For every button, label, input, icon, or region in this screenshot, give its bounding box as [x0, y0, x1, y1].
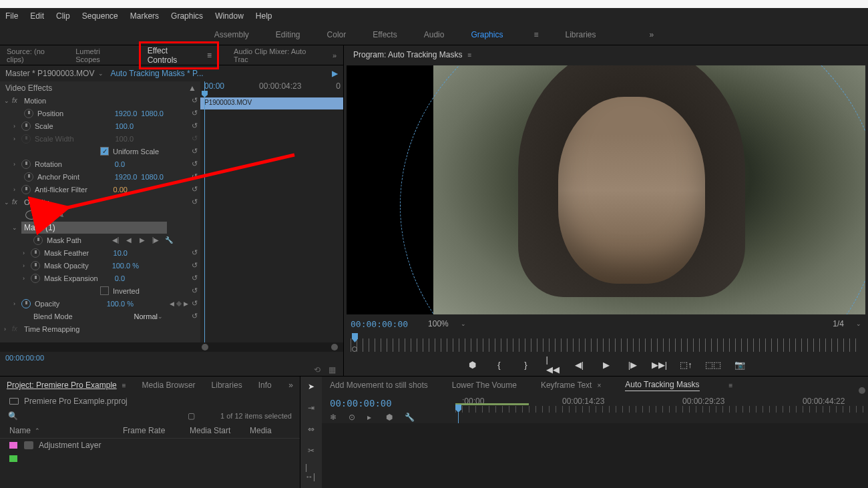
tab-menu-icon[interactable]: ≡: [207, 51, 212, 60]
step-forward-button[interactable]: |▶: [628, 359, 638, 370]
workspace-color[interactable]: Color: [327, 30, 347, 39]
project-search-input[interactable]: [23, 411, 182, 421]
zoom-dropdown-icon[interactable]: ⌄: [461, 320, 466, 327]
reset-mask-expansion-icon[interactable]: ↺: [192, 274, 198, 282]
tl-marker-icon[interactable]: ▸: [367, 413, 377, 422]
collapse-icon[interactable]: ▲: [188, 83, 196, 93]
twirl-rotation[interactable]: ›: [13, 161, 21, 168]
mask-ellipse-tool[interactable]: [25, 210, 37, 220]
stopwatch-rotation[interactable]: [21, 160, 31, 169]
create-bin-icon[interactable]: ▢: [188, 411, 195, 421]
ripple-tool-icon[interactable]: ⇔: [305, 423, 317, 435]
reset-mask-opacity-icon[interactable]: ↺: [192, 261, 198, 270]
master-dropdown-icon[interactable]: ⌄: [98, 70, 106, 77]
menu-clip[interactable]: Clip: [56, 11, 70, 21]
reset-opacity-effect-icon[interactable]: ↺: [192, 198, 198, 206]
program-marker-icon[interactable]: [352, 346, 357, 352]
program-timecode[interactable]: 00:00:00:00: [351, 319, 408, 329]
col-name[interactable]: Name ⌃: [9, 426, 123, 435]
tl-tab-2[interactable]: Lower The Voume: [452, 381, 517, 390]
timeline-tracks-area[interactable]: [322, 423, 868, 488]
workspace-graphics[interactable]: Graphics: [471, 30, 503, 39]
scroll-thumb-left[interactable]: [202, 344, 208, 350]
anchor-y[interactable]: 1080.0: [141, 173, 164, 181]
program-ruler[interactable]: [344, 333, 868, 353]
lift-button[interactable]: ⬚↑: [681, 359, 692, 370]
reset-uniform-icon[interactable]: ↺: [192, 147, 198, 156]
tab-info[interactable]: Info: [258, 381, 272, 390]
col-media-end[interactable]: Media: [250, 426, 290, 435]
reset-opacity-prop-icon[interactable]: ↺: [192, 299, 198, 308]
program-zoom[interactable]: 100%: [428, 319, 449, 328]
stopwatch-opacity-prop[interactable]: [21, 299, 31, 308]
effect-controls-timeline[interactable]: 00:00 00:00:04:23 0 P1900003.MOV: [200, 81, 343, 342]
inverted-checkbox[interactable]: [100, 286, 109, 295]
go-to-in-button[interactable]: |◀◀: [548, 359, 558, 370]
scroll-thumb-right[interactable]: [331, 344, 338, 350]
ec-scrollbar[interactable]: [0, 342, 343, 352]
export-frame-button[interactable]: 📷: [734, 359, 745, 370]
stopwatch-scale-width[interactable]: [21, 134, 31, 144]
menu-sequence[interactable]: Sequence: [82, 11, 118, 21]
sequence-clip-label[interactable]: Auto Tracking Masks * P...: [110, 69, 203, 78]
opacity-prop-value[interactable]: 100.0 %: [107, 300, 134, 308]
reset-position-icon[interactable]: ↺: [192, 109, 198, 117]
twirl-mask-expansion[interactable]: ›: [23, 275, 31, 282]
track-back-icon[interactable]: ◀: [124, 236, 134, 245]
reset-motion-icon[interactable]: ↺: [192, 96, 198, 105]
uniform-scale-checkbox[interactable]: ✓: [100, 147, 109, 156]
menu-graphics[interactable]: Graphics: [171, 11, 203, 21]
project-tab-menu-icon[interactable]: ≡: [122, 382, 126, 389]
workspace-assembly[interactable]: Assembly: [214, 30, 249, 39]
tl-tab-close-icon[interactable]: ×: [597, 382, 601, 389]
twirl-opacity[interactable]: ⌄: [4, 199, 12, 206]
workspace-overflow-icon[interactable]: »: [649, 30, 654, 39]
tab-overflow-icon[interactable]: »: [333, 51, 337, 59]
stopwatch-position[interactable]: [24, 109, 33, 118]
track-back-one-icon[interactable]: ◀|: [111, 236, 120, 245]
workspace-audio[interactable]: Audio: [424, 30, 445, 39]
slip-tool-icon[interactable]: |↔|: [305, 466, 317, 478]
blend-mode-value[interactable]: Normal: [134, 312, 158, 320]
add-keyframe-icon[interactable]: [176, 300, 182, 306]
stopwatch-mask-opacity[interactable]: [31, 261, 40, 270]
tl-scroll-thumb[interactable]: [859, 387, 865, 394]
timeline-timecode[interactable]: 00:00:00:00: [330, 398, 447, 409]
tl-snap-icon[interactable]: ❄: [330, 413, 339, 422]
reset-mask-feather-icon[interactable]: ↺: [192, 248, 198, 257]
workspace-effects[interactable]: Effects: [373, 30, 397, 39]
tl-work-area-bar[interactable]: [455, 403, 529, 405]
position-y[interactable]: 1080.0: [141, 109, 164, 117]
mask-feather-value[interactable]: 10.0: [114, 249, 128, 257]
ec-playhead-time[interactable]: 00:00:00:00: [0, 352, 343, 364]
tab-project[interactable]: Project: Premiere Pro Example: [7, 381, 117, 390]
twirl-antiflicker[interactable]: ›: [13, 186, 21, 193]
reset-blend-icon[interactable]: ↺: [192, 312, 198, 320]
stopwatch-mask-expansion[interactable]: [31, 274, 40, 283]
stopwatch-scale[interactable]: [21, 121, 31, 131]
position-x[interactable]: 1920.0: [115, 109, 138, 117]
tl-tab-4[interactable]: Auto Tracking Masks: [625, 380, 699, 391]
ec-footer-icon-2[interactable]: ▦: [329, 365, 338, 375]
track-select-tool-icon[interactable]: ⇥: [305, 402, 317, 414]
scale-value[interactable]: 100.0: [115, 122, 134, 130]
tl-linked-icon[interactable]: ⊙: [349, 413, 358, 422]
menu-edit[interactable]: Edit: [30, 11, 44, 21]
col-media-start[interactable]: Media Start: [190, 426, 250, 435]
tl-settings-icon[interactable]: ⬢: [386, 413, 395, 422]
reset-scale-icon[interactable]: ↺: [192, 121, 198, 130]
mask-rectangle-tool[interactable]: [40, 210, 52, 220]
twirl-scale-width[interactable]: ›: [13, 136, 21, 142]
twirl-time-remap[interactable]: ›: [4, 326, 12, 332]
asset-row-2[interactable]: [0, 452, 300, 465]
stopwatch-mask-feather[interactable]: [31, 248, 40, 258]
sort-icon[interactable]: ⌃: [35, 427, 40, 434]
stopwatch-antiflicker[interactable]: [21, 185, 31, 194]
tl-tab-3[interactable]: Keyframe Text: [541, 381, 592, 390]
workspace-menu-icon[interactable]: ≡: [533, 30, 538, 39]
program-resolution[interactable]: 1/4: [833, 319, 844, 328]
add-marker-button[interactable]: ⬢: [467, 359, 478, 370]
ec-footer-icon-1[interactable]: ⟲: [314, 365, 323, 375]
program-menu-icon[interactable]: ≡: [467, 51, 471, 59]
stopwatch-mask-path[interactable]: [33, 236, 43, 245]
